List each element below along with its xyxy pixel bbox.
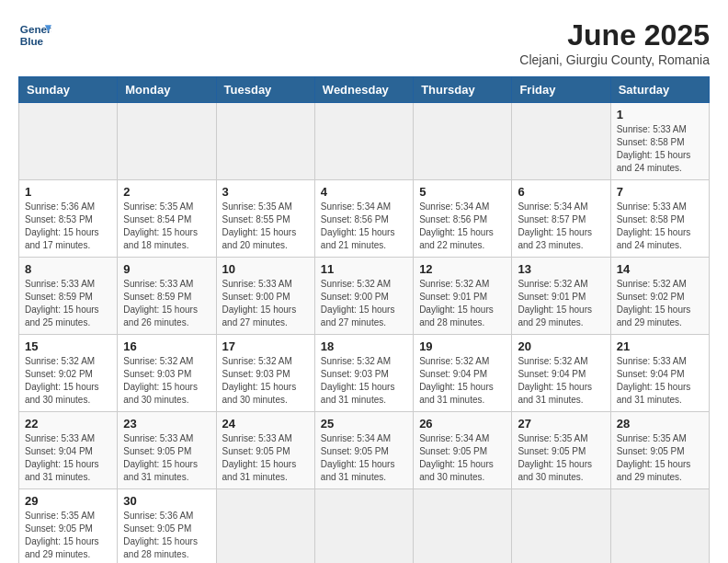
day-number: 1 xyxy=(25,185,111,199)
calendar-day-cell: 10Sunrise: 5:33 AMSunset: 9:00 PMDayligh… xyxy=(216,258,314,335)
day-number: 1 xyxy=(617,108,703,121)
calendar-week-row: 1Sunrise: 5:33 AMSunset: 8:58 PMDaylight… xyxy=(19,103,710,180)
day-number: 11 xyxy=(321,262,407,276)
day-number: 26 xyxy=(419,417,506,431)
day-number: 8 xyxy=(25,262,111,276)
calendar-day-cell xyxy=(314,489,413,564)
calendar-day-cell: 28Sunrise: 5:35 AMSunset: 9:05 PMDayligh… xyxy=(610,412,709,489)
calendar-day-cell: 1Sunrise: 5:33 AMSunset: 8:58 PMDaylight… xyxy=(610,103,709,180)
calendar-week-row: 1Sunrise: 5:36 AMSunset: 8:53 PMDaylight… xyxy=(19,180,710,258)
svg-text:General: General xyxy=(20,23,51,35)
title-area: June 2025 Clejani, Giurgiu County, Roman… xyxy=(519,18,710,67)
month-title: June 2025 xyxy=(519,18,710,52)
day-info: Sunrise: 5:35 AMSunset: 9:05 PMDaylight:… xyxy=(518,432,604,484)
day-number: 15 xyxy=(25,339,111,353)
calendar-day-cell: 27Sunrise: 5:35 AMSunset: 9:05 PMDayligh… xyxy=(512,412,610,489)
day-info: Sunrise: 5:34 AMSunset: 8:56 PMDaylight:… xyxy=(419,201,506,252)
calendar-body: 1Sunrise: 5:33 AMSunset: 8:58 PMDaylight… xyxy=(19,103,710,564)
calendar-day-cell xyxy=(414,489,512,564)
day-info: Sunrise: 5:34 AMSunset: 9:05 PMDaylight:… xyxy=(321,432,407,484)
calendar-day-cell: 6Sunrise: 5:34 AMSunset: 8:57 PMDaylight… xyxy=(512,180,610,258)
day-number: 23 xyxy=(123,417,210,431)
day-info: Sunrise: 5:32 AMSunset: 9:04 PMDaylight:… xyxy=(419,355,506,407)
svg-text:Blue: Blue xyxy=(20,35,44,47)
calendar-header-cell: Tuesday xyxy=(216,77,314,103)
calendar-day-cell xyxy=(610,489,709,564)
calendar-day-cell: 17Sunrise: 5:32 AMSunset: 9:03 PMDayligh… xyxy=(216,335,314,412)
calendar-header-cell: Monday xyxy=(118,77,216,103)
calendar-day-cell: 26Sunrise: 5:34 AMSunset: 9:05 PMDayligh… xyxy=(414,412,512,489)
day-info: Sunrise: 5:35 AMSunset: 9:05 PMDaylight:… xyxy=(617,432,703,484)
calendar-week-row: 22Sunrise: 5:33 AMSunset: 9:04 PMDayligh… xyxy=(19,412,710,489)
day-number: 27 xyxy=(518,417,604,431)
calendar-day-cell: 4Sunrise: 5:34 AMSunset: 8:56 PMDaylight… xyxy=(314,180,413,258)
calendar-day-cell xyxy=(512,489,610,564)
day-number: 29 xyxy=(25,494,111,508)
day-number: 22 xyxy=(25,417,111,431)
day-number: 21 xyxy=(617,339,703,353)
calendar-day-cell xyxy=(19,103,118,180)
day-info: Sunrise: 5:32 AMSunset: 9:03 PMDaylight:… xyxy=(222,355,309,407)
day-info: Sunrise: 5:33 AMSunset: 9:05 PMDaylight:… xyxy=(123,432,210,484)
day-info: Sunrise: 5:32 AMSunset: 9:04 PMDaylight:… xyxy=(518,355,604,407)
logo-icon: General Blue xyxy=(18,18,51,52)
day-number: 6 xyxy=(518,185,604,199)
day-info: Sunrise: 5:32 AMSunset: 9:01 PMDaylight:… xyxy=(419,278,506,329)
calendar-day-cell: 23Sunrise: 5:33 AMSunset: 9:05 PMDayligh… xyxy=(118,412,216,489)
day-number: 13 xyxy=(518,262,604,276)
day-info: Sunrise: 5:35 AMSunset: 8:55 PMDaylight:… xyxy=(222,201,309,252)
day-info: Sunrise: 5:33 AMSunset: 8:58 PMDaylight:… xyxy=(617,123,703,175)
calendar-day-cell: 21Sunrise: 5:33 AMSunset: 9:04 PMDayligh… xyxy=(610,335,709,412)
day-number: 16 xyxy=(123,339,210,353)
day-info: Sunrise: 5:33 AMSunset: 8:59 PMDaylight:… xyxy=(123,278,210,329)
calendar-day-cell: 1Sunrise: 5:36 AMSunset: 8:53 PMDaylight… xyxy=(19,180,118,258)
calendar-day-cell: 8Sunrise: 5:33 AMSunset: 8:59 PMDaylight… xyxy=(19,258,118,335)
day-number: 30 xyxy=(123,494,210,508)
location-title: Clejani, Giurgiu County, Romania xyxy=(519,52,710,67)
day-number: 14 xyxy=(617,262,703,276)
day-number: 19 xyxy=(419,339,506,353)
calendar-day-cell: 2Sunrise: 5:35 AMSunset: 8:54 PMDaylight… xyxy=(118,180,216,258)
day-number: 10 xyxy=(222,262,309,276)
day-info: Sunrise: 5:32 AMSunset: 9:03 PMDaylight:… xyxy=(123,355,210,407)
calendar-day-cell: 14Sunrise: 5:32 AMSunset: 9:02 PMDayligh… xyxy=(610,258,709,335)
calendar-week-row: 15Sunrise: 5:32 AMSunset: 9:02 PMDayligh… xyxy=(19,335,710,412)
day-info: Sunrise: 5:35 AMSunset: 9:05 PMDaylight:… xyxy=(25,510,111,561)
calendar-day-cell: 16Sunrise: 5:32 AMSunset: 9:03 PMDayligh… xyxy=(118,335,216,412)
calendar-day-cell: 29Sunrise: 5:35 AMSunset: 9:05 PMDayligh… xyxy=(19,489,118,564)
day-number: 28 xyxy=(617,417,703,431)
day-info: Sunrise: 5:32 AMSunset: 9:03 PMDaylight:… xyxy=(321,355,407,407)
day-number: 12 xyxy=(419,262,506,276)
calendar-header-cell: Friday xyxy=(512,77,610,103)
day-number: 5 xyxy=(419,185,506,199)
calendar-day-cell xyxy=(512,103,610,180)
day-number: 25 xyxy=(321,417,407,431)
calendar-week-row: 29Sunrise: 5:35 AMSunset: 9:05 PMDayligh… xyxy=(19,489,710,564)
day-info: Sunrise: 5:35 AMSunset: 8:54 PMDaylight:… xyxy=(123,201,210,252)
day-number: 9 xyxy=(123,262,210,276)
day-number: 24 xyxy=(222,417,309,431)
day-info: Sunrise: 5:34 AMSunset: 9:05 PMDaylight:… xyxy=(419,432,506,484)
day-info: Sunrise: 5:34 AMSunset: 8:57 PMDaylight:… xyxy=(518,201,604,252)
calendar-header-cell: Wednesday xyxy=(314,77,413,103)
calendar-day-cell: 24Sunrise: 5:33 AMSunset: 9:05 PMDayligh… xyxy=(216,412,314,489)
calendar-header-cell: Sunday xyxy=(19,77,118,103)
calendar-day-cell: 30Sunrise: 5:36 AMSunset: 9:05 PMDayligh… xyxy=(118,489,216,564)
calendar-day-cell: 5Sunrise: 5:34 AMSunset: 8:56 PMDaylight… xyxy=(414,180,512,258)
calendar-header-cell: Saturday xyxy=(610,77,709,103)
day-info: Sunrise: 5:33 AMSunset: 9:00 PMDaylight:… xyxy=(222,278,309,329)
day-info: Sunrise: 5:36 AMSunset: 8:53 PMDaylight:… xyxy=(25,201,111,252)
day-number: 4 xyxy=(321,185,407,199)
calendar-week-row: 8Sunrise: 5:33 AMSunset: 8:59 PMDaylight… xyxy=(19,258,710,335)
calendar-day-cell xyxy=(118,103,216,180)
day-number: 20 xyxy=(518,339,604,353)
day-info: Sunrise: 5:32 AMSunset: 9:00 PMDaylight:… xyxy=(321,278,407,329)
day-number: 17 xyxy=(222,339,309,353)
day-number: 7 xyxy=(617,185,703,199)
calendar-day-cell: 15Sunrise: 5:32 AMSunset: 9:02 PMDayligh… xyxy=(19,335,118,412)
day-info: Sunrise: 5:33 AMSunset: 9:04 PMDaylight:… xyxy=(25,432,111,484)
calendar-day-cell: 3Sunrise: 5:35 AMSunset: 8:55 PMDaylight… xyxy=(216,180,314,258)
calendar-header-cell: Thursday xyxy=(414,77,512,103)
day-info: Sunrise: 5:32 AMSunset: 9:02 PMDaylight:… xyxy=(617,278,703,329)
day-info: Sunrise: 5:33 AMSunset: 9:04 PMDaylight:… xyxy=(617,355,703,407)
